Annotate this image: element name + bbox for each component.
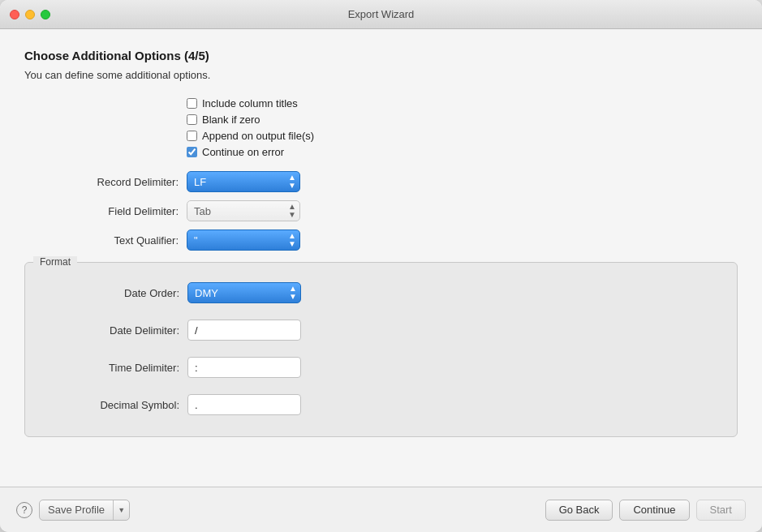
format-legend: Format	[33, 256, 77, 268]
continue-on-error-label: Continue on error	[202, 146, 284, 158]
decimal-symbol-row: Decimal Symbol:	[25, 394, 737, 415]
blank-if-zero-checkbox[interactable]	[187, 114, 197, 125]
help-button[interactable]: ?	[16, 502, 32, 518]
text-qualifier-control: " ' None ▲ ▼	[187, 230, 300, 251]
main-content: Choose Additional Options (4/5) You can …	[0, 29, 762, 487]
date-delimiter-row: Date Delimiter:	[25, 320, 737, 341]
record-delimiter-label: Record Delimiter:	[24, 176, 187, 188]
window-title: Export Wizard	[348, 8, 415, 20]
date-order-select[interactable]: DMY MDY YMD	[187, 282, 301, 303]
date-order-row: Date Order: DMY MDY YMD ▲ ▼	[25, 282, 737, 303]
text-qualifier-select[interactable]: " ' None	[187, 230, 300, 251]
append-output-checkbox[interactable]	[187, 131, 197, 141]
date-order-label: Date Order:	[25, 287, 187, 299]
time-delimiter-control	[187, 357, 301, 378]
window: Export Wizard Choose Additional Options …	[0, 0, 762, 532]
record-delimiter-select-wrapper: LF CR CRLF ▲ ▼	[187, 171, 300, 192]
go-back-button[interactable]: Go Back	[545, 500, 613, 521]
blank-if-zero-label: Blank if zero	[202, 114, 260, 126]
field-delimiter-label: Field Delimiter:	[24, 205, 187, 217]
time-delimiter-label: Time Delimiter:	[25, 362, 187, 374]
text-qualifier-select-wrapper: " ' None ▲ ▼	[187, 230, 300, 251]
save-profile-button[interactable]: Save Profile ▼	[39, 500, 130, 521]
date-delimiter-label: Date Delimiter:	[25, 324, 187, 337]
time-delimiter-row: Time Delimiter:	[25, 357, 737, 378]
traffic-lights	[10, 10, 50, 19]
decimal-symbol-control	[187, 394, 301, 415]
save-profile-arrow-button[interactable]: ▼	[113, 500, 129, 520]
titlebar: Export Wizard	[0, 0, 762, 29]
footer: ? Save Profile ▼ Go Back Continue Start	[0, 487, 762, 532]
date-delimiter-input[interactable]	[187, 320, 301, 341]
close-button[interactable]	[10, 10, 19, 19]
minimize-button[interactable]	[25, 10, 35, 19]
field-delimiter-select[interactable]: Tab	[187, 200, 300, 221]
maximize-button[interactable]	[41, 10, 50, 19]
record-delimiter-row: Record Delimiter: LF CR CRLF ▲ ▼	[24, 171, 738, 192]
time-delimiter-input[interactable]	[187, 357, 301, 378]
field-delimiter-select-wrapper: Tab ▲ ▼	[187, 200, 300, 221]
continue-button[interactable]: Continue	[619, 500, 689, 521]
checkboxes-area: Include column titles Blank if zero Appe…	[187, 97, 738, 158]
date-order-control: DMY MDY YMD ▲ ▼	[187, 282, 301, 303]
footer-left: ? Save Profile ▼	[16, 500, 130, 521]
decimal-symbol-input[interactable]	[187, 394, 301, 415]
format-group: Format Date Order: DMY MDY YMD	[24, 262, 738, 437]
footer-right: Go Back Continue Start	[545, 500, 746, 521]
checkbox-row-continue-on-error: Continue on error	[187, 146, 738, 158]
start-button[interactable]: Start	[696, 500, 746, 521]
checkbox-row-include-col: Include column titles	[187, 97, 738, 109]
save-profile-main-button[interactable]: Save Profile	[40, 500, 113, 520]
record-delimiter-select[interactable]: LF CR CRLF	[187, 171, 300, 192]
text-qualifier-label: Text Qualifier:	[24, 234, 187, 247]
include-col-checkbox[interactable]	[187, 98, 197, 109]
field-delimiter-control: Tab ▲ ▼	[187, 200, 300, 221]
checkbox-row-blank-if-zero: Blank if zero	[187, 114, 738, 126]
field-delimiter-row: Field Delimiter: Tab ▲ ▼	[24, 200, 738, 221]
append-output-label: Append on output file(s)	[202, 130, 314, 142]
page-description: You can define some additional options.	[24, 69, 738, 81]
include-col-label: Include column titles	[202, 97, 298, 109]
text-qualifier-row: Text Qualifier: " ' None ▲ ▼	[24, 230, 738, 251]
date-delimiter-control	[187, 320, 301, 341]
format-fields: Date Order: DMY MDY YMD ▲ ▼	[25, 276, 737, 423]
decimal-symbol-label: Decimal Symbol:	[25, 399, 187, 411]
date-order-select-wrapper: DMY MDY YMD ▲ ▼	[187, 282, 301, 303]
page-heading: Choose Additional Options (4/5)	[24, 49, 738, 62]
checkbox-row-append-output: Append on output file(s)	[187, 130, 738, 142]
continue-on-error-checkbox[interactable]	[187, 147, 197, 157]
record-delimiter-control: LF CR CRLF ▲ ▼	[187, 171, 300, 192]
